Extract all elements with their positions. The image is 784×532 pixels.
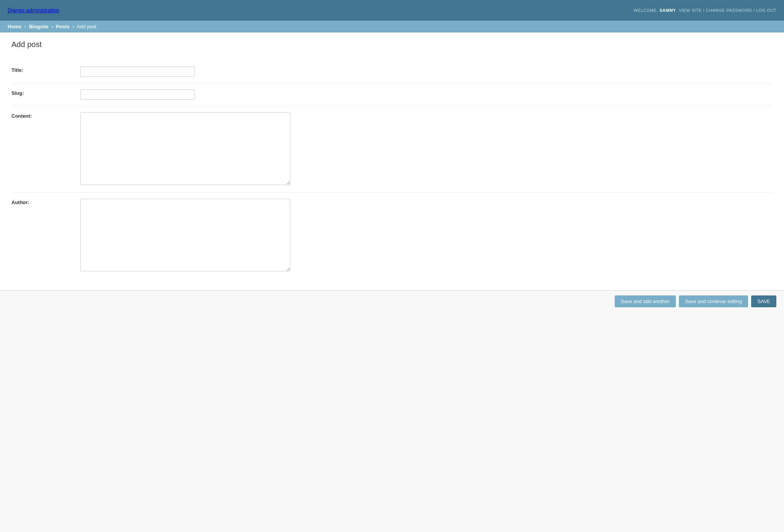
breadcrumb-blogsite[interactable]: Blogsite xyxy=(29,24,49,29)
author-label: Author: xyxy=(11,196,80,205)
author-field-box xyxy=(80,196,773,275)
slug-label: Slug: xyxy=(11,87,80,96)
save-continue-button[interactable]: Save and continue editing xyxy=(679,295,748,307)
author-textarea[interactable] xyxy=(80,199,290,271)
content-textarea[interactable] xyxy=(80,112,290,185)
site-title[interactable]: Django administration xyxy=(8,7,59,13)
log-out-link[interactable]: LOG OUT xyxy=(756,8,776,13)
breadcrumb-bar: Home › Blogsite › Posts › Add post xyxy=(0,21,784,32)
breadcrumb-posts[interactable]: Posts xyxy=(56,24,70,29)
title-field-box xyxy=(80,64,773,79)
title-input[interactable] xyxy=(80,66,195,77)
slug-row: Slug: xyxy=(11,83,773,106)
separator-1: › xyxy=(24,24,26,29)
welcome-text: WELCOME, xyxy=(633,8,658,13)
content-label: Content: xyxy=(11,110,80,119)
content-row: Content: xyxy=(11,106,773,192)
slug-field-box xyxy=(80,87,773,102)
breadcrumb-current: Add post xyxy=(77,24,96,29)
title-row: Title: xyxy=(11,60,773,83)
header: Django administration WELCOME, SAMMY. VI… xyxy=(0,0,784,21)
change-password-link[interactable]: CHANGE PASSWORD xyxy=(706,8,752,13)
page-title: Add post xyxy=(11,40,773,49)
user-tools: WELCOME, SAMMY. VIEW SITE / CHANGE PASSW… xyxy=(633,8,776,13)
save-button[interactable]: SAVE xyxy=(751,295,776,307)
content-main: Add post Title: Slug: Content: Author: xyxy=(0,32,784,290)
content-field-box xyxy=(80,110,773,188)
author-row: Author: xyxy=(11,192,773,279)
form-area: Title: Slug: Content: Author: xyxy=(11,57,773,282)
submit-row: Save and add another Save and continue e… xyxy=(0,290,784,312)
title-label: Title: xyxy=(11,64,80,73)
save-add-another-button[interactable]: Save and add another xyxy=(615,295,676,307)
slug-input[interactable] xyxy=(80,89,195,100)
separator-2: › xyxy=(52,24,53,29)
view-site-link[interactable]: VIEW SITE xyxy=(679,8,702,13)
username: SAMMY xyxy=(659,8,676,13)
breadcrumb-home[interactable]: Home xyxy=(8,24,21,29)
separator-3: › xyxy=(73,24,74,29)
